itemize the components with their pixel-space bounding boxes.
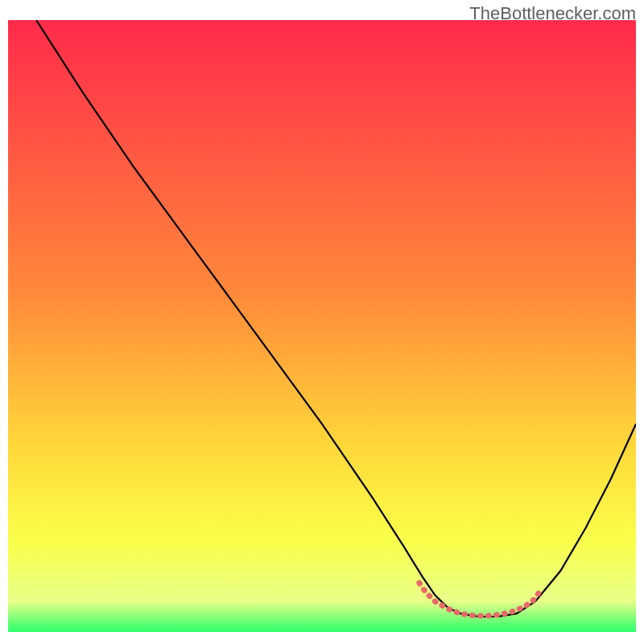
chart-container <box>8 20 636 632</box>
watermark-text: TheBottlenecker.com <box>469 3 636 24</box>
chart-background-gradient <box>8 20 636 632</box>
chart-svg <box>8 20 636 632</box>
